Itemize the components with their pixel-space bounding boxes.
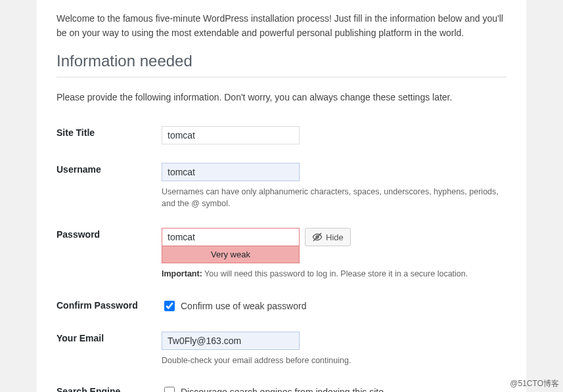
- search-visibility-checkbox[interactable]: [164, 387, 175, 392]
- password-important-text: You will need this password to log in. P…: [202, 269, 468, 278]
- search-visibility-text: Discourage search engines from indexing …: [181, 387, 384, 392]
- search-visibility-row[interactable]: Discourage search engines from indexing …: [162, 385, 384, 392]
- eye-slash-icon: [312, 232, 323, 242]
- password-important: Important: You will need this password t…: [162, 269, 507, 280]
- username-input[interactable]: [162, 163, 300, 181]
- site-title-label: Site Title: [56, 120, 162, 156]
- install-card: Welcome to the famous five-minute WordPr…: [37, 0, 526, 392]
- section-heading: Information needed: [56, 52, 507, 77]
- password-row: Very weak Hide: [162, 228, 507, 263]
- hide-button-label: Hide: [326, 232, 344, 242]
- password-important-label: Important:: [162, 269, 202, 278]
- username-label: Username: [56, 156, 162, 221]
- email-input[interactable]: [162, 332, 300, 350]
- password-label: Password: [56, 221, 162, 292]
- confirm-password-label: Confirm Password: [56, 292, 162, 325]
- hide-password-button[interactable]: Hide: [305, 228, 351, 246]
- email-hint: Double-check your email address before c…: [162, 355, 507, 367]
- site-title-input[interactable]: [162, 126, 300, 144]
- password-strength: Very weak: [162, 246, 300, 263]
- watermark: @51CTO博客: [510, 378, 559, 389]
- confirm-weak-checkbox[interactable]: [164, 301, 175, 311]
- confirm-weak-text: Confirm use of weak password: [181, 301, 306, 311]
- subintro-text: Please provide the following information…: [56, 92, 507, 102]
- password-input[interactable]: [162, 228, 300, 246]
- email-label: Your Email: [56, 325, 162, 379]
- form-table: Site Title Username Usernames can have o…: [56, 120, 507, 392]
- username-hint: Usernames can have only alphanumeric cha…: [162, 186, 507, 209]
- intro-text: Welcome to the famous five-minute WordPr…: [56, 12, 507, 40]
- confirm-weak-label[interactable]: Confirm use of weak password: [162, 299, 306, 313]
- search-visibility-label: Search Engine Visibility: [56, 378, 162, 392]
